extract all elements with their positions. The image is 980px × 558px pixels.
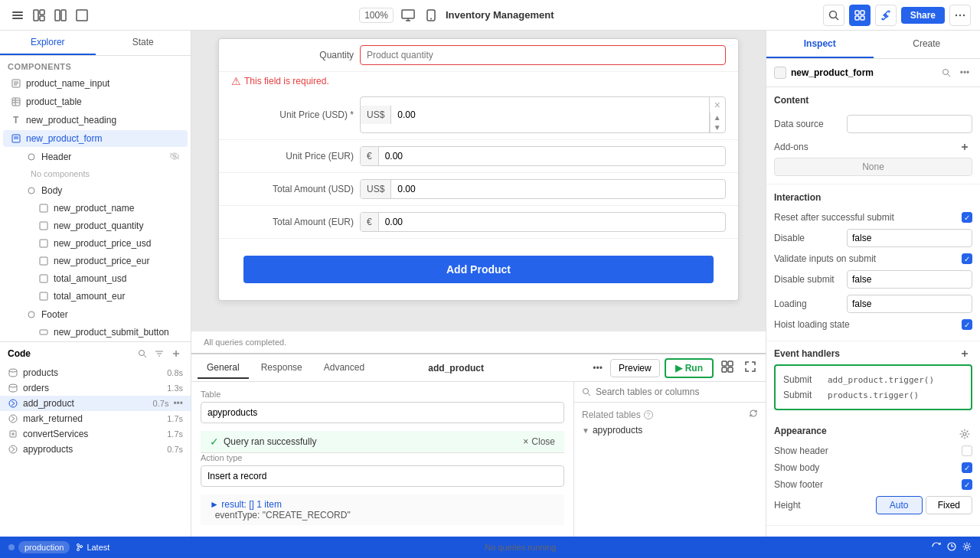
inspect-icon-btn[interactable] [849, 5, 871, 26]
right-tab-create[interactable]: Create [874, 31, 981, 58]
history-icon[interactable] [946, 541, 957, 554]
hoist-checkbox[interactable] [962, 319, 972, 330]
decrement-icon[interactable]: ▼ [710, 122, 725, 132]
layout-icon[interactable] [31, 7, 47, 24]
search-component-icon[interactable] [939, 65, 954, 80]
unit-price-eur-field[interactable] [379, 147, 725, 165]
sidebar-item-new-product-quantity[interactable]: new_product_quantity [31, 217, 188, 234]
validate-checkbox[interactable] [962, 253, 972, 264]
add-code-icon[interactable] [169, 347, 183, 361]
more-component-icon[interactable]: ••• [957, 65, 972, 80]
menu-icon[interactable] [9, 7, 26, 24]
code-item-add-product[interactable]: add_product 0.7s ••• [0, 396, 191, 411]
more-dots-icon[interactable]: ••• [173, 398, 183, 409]
field-label-unit-price-usd: Unit Price (USD) * [231, 109, 354, 120]
sidebar-item-submit-button[interactable]: new_product_submit_button [31, 324, 188, 341]
branch-label[interactable]: Latest [87, 543, 109, 552]
tab-state[interactable]: State [96, 31, 191, 55]
height-fixed-btn[interactable]: Fixed [926, 496, 972, 514]
add-addon-icon[interactable] [957, 139, 972, 155]
svg-rect-62 [722, 367, 727, 372]
add-event-handler-icon[interactable] [957, 346, 972, 361]
reset-checkbox[interactable] [962, 212, 972, 223]
loading-input[interactable] [847, 295, 972, 313]
quantity-field[interactable] [361, 46, 725, 64]
split-icon[interactable] [52, 7, 69, 24]
clear-icon[interactable]: × [710, 97, 725, 113]
query-tab-advanced[interactable]: Advanced [315, 357, 374, 379]
settings-status-icon[interactable] [962, 541, 972, 554]
stepper[interactable]: ▲ ▼ [710, 113, 725, 132]
mobile-icon[interactable] [423, 7, 439, 24]
tab-explorer[interactable]: Explorer [0, 31, 96, 55]
more-options-btn[interactable] [949, 5, 971, 26]
related-table-item[interactable]: ▼ apyproducts [582, 425, 758, 436]
filter-code-icon[interactable] [152, 347, 166, 361]
show-header-checkbox[interactable] [962, 445, 972, 456]
show-body-checkbox[interactable] [962, 462, 972, 473]
query-tab-general[interactable]: General [198, 357, 249, 379]
data-source-input[interactable] [847, 115, 972, 133]
result-expandable[interactable]: ► result: [] 1 item [210, 499, 555, 510]
query-tab-response[interactable]: Response [252, 357, 312, 379]
refresh-icon[interactable] [749, 409, 758, 420]
sidebar-item-total-amount-usd[interactable]: total_amount_usd [31, 270, 188, 287]
show-footer-checkbox[interactable] [962, 479, 972, 490]
sidebar-item-new-product-form[interactable]: new_product_form [3, 130, 188, 147]
unit-price-usd-input[interactable]: US$ × ▲ ▼ [360, 96, 726, 133]
run-button[interactable]: ▶ Run [665, 358, 714, 378]
desktop-icon[interactable] [400, 7, 416, 24]
close-x-icon: × [523, 436, 528, 447]
add-product-button[interactable]: Add Product [243, 256, 714, 283]
sidebar-item-new-product-price-eur[interactable]: new_product_price_eur [31, 253, 188, 269]
table-select[interactable]: apyproducts [201, 402, 564, 423]
form-icon [38, 220, 49, 231]
view-toggle-btn[interactable] [718, 357, 737, 378]
total-usd-field[interactable] [391, 180, 725, 198]
sidebar-item-new-product-heading[interactable]: T new_product_heading [3, 112, 188, 129]
link-icon-btn[interactable] [875, 5, 897, 26]
sidebar-item-total-amount-eur[interactable]: total_amount_eur [31, 288, 188, 305]
close-button[interactable]: × Close [523, 436, 555, 447]
search-btn[interactable] [823, 5, 844, 26]
zoom-control[interactable]: 100% [359, 8, 394, 23]
fullscreen-icon[interactable] [74, 7, 90, 24]
sidebar-item-body[interactable]: Body [18, 182, 188, 199]
unit-price-usd-field[interactable] [391, 106, 708, 124]
search-code-icon[interactable] [136, 347, 149, 361]
visibility-icon[interactable] [169, 152, 180, 162]
code-item-products[interactable]: products 0.8s [0, 365, 191, 380]
table-search-input[interactable] [596, 387, 758, 397]
disable-input[interactable] [847, 229, 972, 247]
disable-submit-input[interactable] [847, 270, 972, 289]
sidebar-item-footer[interactable]: Footer [18, 306, 188, 323]
total-usd-input[interactable]: US$ [360, 179, 726, 199]
sidebar-item-product-table[interactable]: product_table [3, 93, 188, 110]
svg-point-47 [139, 351, 145, 356]
sidebar-item-product-name-input[interactable]: product_name_input [3, 75, 188, 92]
total-eur-field[interactable] [379, 213, 725, 231]
action-select[interactable]: Insert a record [201, 465, 564, 487]
query-more-btn[interactable]: ••• [590, 360, 606, 377]
code-item-mark-returned[interactable]: mark_returned 1.7s [0, 411, 191, 426]
total-eur-input[interactable]: € [360, 212, 726, 232]
currency-prefix-total-eur: € [361, 213, 379, 231]
quantity-input[interactable] [360, 45, 726, 65]
env-badge[interactable]: production [18, 541, 70, 553]
preview-button[interactable]: Preview [610, 359, 660, 377]
appearance-settings-icon[interactable] [957, 426, 972, 442]
code-item-apyproducts[interactable]: apyproducts 0.7s [0, 442, 191, 457]
increment-icon[interactable]: ▲ [710, 113, 725, 122]
expand-btn[interactable] [741, 357, 760, 378]
right-tab-inspect[interactable]: Inspect [766, 31, 874, 58]
unit-price-eur-input[interactable]: € [360, 146, 726, 166]
sidebar-item-new-product-price-usd[interactable]: new_product_price_usd [31, 235, 188, 252]
height-auto-btn[interactable]: Auto [876, 496, 923, 514]
code-item-orders[interactable]: orders 1.3s [0, 380, 191, 396]
share-button[interactable]: Share [901, 7, 945, 24]
sidebar-item-new-product-name[interactable]: new_product_name [31, 200, 188, 217]
sidebar-item-header[interactable]: Header [18, 148, 188, 165]
refresh-status-icon[interactable] [931, 541, 942, 554]
topbar: 100% Inventory Management Share [0, 0, 980, 31]
code-item-convert-services[interactable]: convertServices 1.7s [0, 426, 191, 442]
